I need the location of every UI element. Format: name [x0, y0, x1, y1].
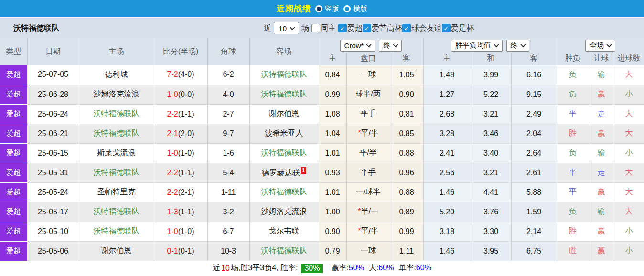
summary-footer: 近 10 场,胜3平3负4, 胜率: 30% 赢率:50%大:60%单率:60% [0, 261, 644, 276]
checkbox-checked-icon[interactable]: ✓ [442, 24, 451, 32]
checkbox-checked-icon[interactable]: ✓ [363, 24, 371, 32]
avg-state-select[interactable]: 终 [506, 40, 529, 52]
away-team-name[interactable]: 波希米亚人 [265, 129, 303, 137]
radio-unselected-icon[interactable] [343, 5, 351, 12]
avg-away-cell: 2.14 [511, 222, 557, 241]
avg-home-cell: 1.46 [423, 182, 471, 202]
score-cell: 1-3(1-1) [154, 202, 207, 222]
home-team-cell[interactable]: 沃特福德联队 [79, 202, 154, 222]
odds-state-value: 终 [383, 41, 390, 50]
same-home-filter[interactable]: 同主 [311, 23, 336, 33]
fulltime-score: 1-3 [167, 208, 178, 216]
away-team-cell[interactable]: 沃特福德联队 [249, 85, 319, 104]
match-row: 爱超25-06-24沃特福德联队2-2(1-1)2-7谢尔伯恩1.08平手0.8… [0, 104, 644, 124]
away-odds-cell: 0.96 [390, 163, 423, 182]
away-team-cell[interactable]: 波希米亚人 [249, 124, 319, 143]
away-team-cell[interactable]: 戈尔韦联 [249, 222, 319, 241]
match-count-select[interactable]: 10 [274, 22, 299, 34]
league-cell: 爱超 [0, 222, 27, 241]
home-team-cell[interactable]: 斯莱戈流浪 [79, 143, 154, 163]
league-cell: 爱超 [0, 104, 27, 124]
league-filter-label: 爱超 [347, 23, 363, 33]
score-cell: 2-2(1-1) [154, 163, 207, 182]
league-cell: 爱超 [0, 65, 27, 85]
home-team-cell[interactable]: 德利城 [79, 65, 154, 85]
away-team-cell[interactable]: 谢尔伯恩 [249, 104, 319, 124]
away-team-name[interactable]: 沃特福德联队 [261, 70, 307, 78]
league-cell: 爱超 [0, 163, 27, 182]
win-rate-badge: 30% [301, 264, 323, 273]
home-team-name[interactable]: 沃特福德联队 [94, 168, 140, 176]
checkbox-checked-icon[interactable]: ✓ [402, 24, 411, 32]
away-team-name[interactable]: 沃特福德联队 [261, 90, 307, 98]
corner-cell: 5-4 [207, 163, 249, 182]
away-team-name[interactable]: 戈尔韦联 [269, 227, 300, 235]
away-team-name[interactable]: 沃特福德联队 [261, 246, 307, 255]
away-team-cell[interactable]: 沃特福德联队 [249, 241, 319, 261]
scope-select[interactable]: 全场 [585, 40, 615, 52]
away-team-name[interactable]: 沃特福德联队 [261, 149, 307, 157]
match-row: 爱超25-06-15斯莱戈流浪1-0(1-0)1-6沃特福德联队1.01平/半0… [0, 143, 644, 163]
home-odds-cell: 1.00 [319, 202, 346, 222]
home-team-name[interactable]: 沃特福德联队 [94, 109, 140, 117]
home-team-cell[interactable]: 沃特福德联队 [79, 222, 154, 241]
team-name-heading: 沃特福德联队 [13, 23, 59, 33]
away-team-name[interactable]: 德罗赫达联 [262, 169, 300, 177]
home-team-name[interactable]: 沃特福德联队 [94, 207, 140, 215]
home-odds-cell: 1.08 [319, 104, 346, 124]
home-team-cell[interactable]: 圣帕特里克 [79, 182, 154, 202]
radio-selected-icon[interactable] [315, 5, 322, 12]
away-team-cell[interactable]: 沙姆洛克流浪 [249, 202, 319, 222]
home-odds-cell: 0.79 [319, 241, 346, 261]
home-team-cell[interactable]: 沃特福德联队 [79, 163, 154, 182]
avg-away-cell: 5.88 [511, 182, 557, 202]
home-team-cell[interactable]: 谢尔伯恩 [79, 241, 154, 261]
footer-stat-value: 50% [349, 264, 364, 272]
avg-home-cell: 5.29 [423, 202, 471, 222]
away-team-cell[interactable]: 沃特福德联队 [249, 182, 319, 202]
header-date: 日期 [27, 38, 79, 65]
home-team-name[interactable]: 沙姆洛克流浪 [94, 90, 140, 98]
league-filter-爱超[interactable]: ✓爱超 [338, 23, 363, 33]
avg-draw-cell: 3.95 [471, 241, 511, 261]
league-filter-爱足杯[interactable]: ✓爱足杯 [442, 23, 474, 33]
handicap-change-star: * [358, 129, 361, 137]
handicap-cell: *平/半 [346, 222, 390, 241]
avg-type-select[interactable]: 胜平负均值 [451, 40, 503, 52]
away-team-cell[interactable]: 沃特福德联队 [249, 65, 319, 85]
checkbox-checked-icon[interactable]: ✓ [338, 24, 347, 32]
handicap-result-cell: 赢 [589, 241, 614, 261]
checkbox-unchecked-icon[interactable] [311, 24, 320, 32]
layout-option-horizontal[interactable]: 横版 [343, 4, 367, 13]
away-team-name[interactable]: 谢尔伯恩 [269, 109, 300, 117]
score-cell: 2-2(2-1) [154, 182, 207, 202]
home-team-name[interactable]: 德利城 [105, 70, 128, 78]
home-team-name[interactable]: 圣帕特里克 [97, 188, 136, 196]
subheader-avg-draw: 和 [471, 53, 511, 65]
odds-state-select[interactable]: 终 [379, 40, 402, 52]
home-team-name[interactable]: 沃特福德联队 [94, 227, 140, 235]
odds-company-value: Crow* [344, 42, 364, 50]
home-team-cell[interactable]: 沃特福德联队 [79, 124, 154, 143]
away-team-cell[interactable]: 德罗赫达联1 [249, 163, 319, 182]
away-team-cell[interactable]: 沃特福德联队 [249, 143, 319, 163]
odds-company-select[interactable]: Crow* [340, 40, 376, 52]
league-filter-爱芒高杯[interactable]: ✓爱芒高杯 [363, 23, 402, 33]
away-team-name[interactable]: 沃特福德联队 [261, 188, 307, 196]
header-type: 类型 [0, 38, 27, 65]
fulltime-score: 2-2 [167, 110, 178, 118]
filter-bar: 沃特福德联队 近 10 场 同主 ✓爱超✓爱芒高杯✓球会友谊✓爱足杯 [0, 18, 644, 38]
away-odds-cell: 0.90 [390, 85, 423, 104]
fulltime-score: 1-0 [167, 227, 178, 235]
chevron-down-icon [366, 42, 372, 47]
away-team-name[interactable]: 沙姆洛克流浪 [261, 207, 307, 215]
handicap-result-cell: 赢 [589, 222, 614, 241]
home-team-cell[interactable]: 沙姆洛克流浪 [79, 85, 154, 104]
layout-option-vertical[interactable]: 竖版 [315, 4, 339, 13]
home-team-cell[interactable]: 沃特福德联队 [79, 104, 154, 124]
home-team-name[interactable]: 沃特福德联队 [94, 129, 140, 137]
league-filter-球会友谊[interactable]: ✓球会友谊 [402, 23, 442, 33]
home-team-name[interactable]: 谢尔伯恩 [101, 246, 132, 255]
corner-cell: 6-2 [207, 65, 249, 85]
home-team-name[interactable]: 斯莱戈流浪 [97, 149, 136, 157]
